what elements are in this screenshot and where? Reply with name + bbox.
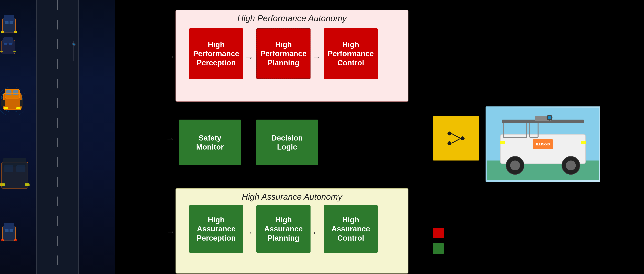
svg-rect-19: [6, 90, 12, 95]
hp-perception-box: High Performance Perception: [189, 28, 243, 79]
svg-line-48: [452, 138, 460, 143]
car-top: [0, 13, 18, 36]
ha-planning-box: High Assurance Planning: [256, 205, 310, 253]
decision-logic-label: Decision Logic: [271, 134, 303, 151]
svg-rect-32: [24, 183, 30, 186]
ha-control-box: High Assurance Control: [324, 205, 378, 253]
svg-rect-24: [20, 100, 23, 107]
legend-red: [433, 228, 444, 238]
ha-arrow-2: ←: [312, 227, 321, 238]
svg-rect-23: [1, 100, 5, 107]
ha-arrow-1: →: [244, 227, 254, 238]
svg-point-59: [566, 160, 576, 170]
vehicle-photo: ILLINOIS: [486, 107, 600, 182]
ha-control-label: High Assurance Control: [331, 215, 370, 243]
sm-entry-arrow: →: [166, 134, 175, 144]
car-mid-right: [0, 36, 16, 57]
svg-rect-1: [4, 15, 14, 22]
main-diagram: High Performance Autonomy → High Perform…: [118, 5, 643, 274]
svg-rect-2: [5, 21, 8, 24]
svg-point-57: [510, 160, 520, 170]
legend-green-color: [433, 243, 444, 254]
hp-arrow-2: →: [312, 52, 321, 63]
hp-autonomy-container: High Performance Autonomy → High Perform…: [176, 10, 408, 102]
sensor-pole: [69, 41, 79, 61]
svg-rect-37: [10, 229, 13, 232]
legend-red-color: [433, 228, 444, 238]
svg-rect-35: [4, 223, 14, 230]
svg-rect-30: [16, 165, 26, 172]
svg-rect-20: [13, 90, 18, 95]
svg-rect-36: [5, 229, 8, 232]
legend-green: [433, 243, 444, 254]
svg-point-45: [448, 141, 452, 145]
graph-icon: [441, 125, 471, 151]
ha-autonomy-container: High Assurance Autonomy → High Assurance…: [176, 188, 408, 274]
hp-control-box: High Performance Control: [324, 28, 378, 79]
yellow-icon-box: [433, 116, 479, 160]
safety-monitor-box: Safety Monitor: [179, 120, 241, 165]
svg-text:ILLINOIS: ILLINOIS: [536, 142, 550, 146]
svg-point-63: [548, 116, 551, 119]
ha-planning-label: High Assurance Planning: [264, 215, 303, 243]
vehicle-svg: ILLINOIS: [487, 108, 599, 180]
car-truck: [0, 155, 30, 192]
hp-autonomy-title: High Performance Autonomy: [237, 13, 346, 23]
svg-line-47: [452, 134, 460, 138]
hp-arrow-1: →: [244, 52, 254, 63]
svg-rect-3: [10, 21, 13, 24]
svg-rect-65: [581, 141, 586, 144]
safety-monitor-label: Safety Monitor: [196, 134, 224, 151]
svg-rect-64: [500, 141, 505, 144]
car-main-orange: [0, 82, 24, 115]
hp-control-label: High Performance Control: [328, 40, 374, 67]
av-scene-panel: [0, 0, 115, 274]
hp-perception-label: High Performance Perception: [193, 40, 239, 67]
decision-logic-box: Decision Logic: [256, 120, 318, 165]
ha-perception-label: High Assurance Perception: [197, 215, 236, 243]
svg-rect-9: [4, 43, 8, 45]
svg-rect-26: [16, 107, 20, 109]
ha-autonomy-title: High Assurance Autonomy: [242, 192, 342, 202]
svg-rect-29: [4, 165, 13, 172]
ha-entry-arrow: →: [166, 227, 175, 237]
svg-point-46: [460, 137, 464, 140]
ha-perception-box: High Assurance Perception: [189, 205, 243, 253]
legend: [433, 228, 444, 254]
car-bottom: [0, 221, 18, 244]
svg-rect-10: [9, 43, 12, 45]
hp-planning-label: High Performance Planning: [260, 40, 306, 67]
hp-entry-arrow: →: [166, 51, 175, 62]
svg-rect-25: [4, 107, 8, 109]
svg-rect-31: [0, 183, 5, 186]
hp-planning-box: High Performance Planning: [256, 28, 310, 79]
svg-point-44: [448, 132, 452, 136]
svg-point-43: [73, 43, 75, 45]
